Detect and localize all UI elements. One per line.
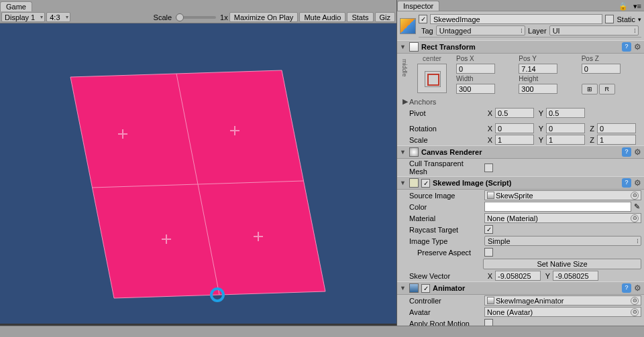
image-type-label: Image Type (409, 237, 483, 245)
maximize-toggle[interactable]: Maximize On Play (229, 12, 299, 22)
preserve-aspect-checkbox[interactable] (484, 248, 493, 257)
pivot-y-field[interactable] (546, 108, 585, 118)
color-field[interactable] (484, 202, 631, 212)
script-icon (409, 178, 419, 188)
mute-toggle[interactable]: Mute Audio (299, 12, 345, 22)
anchors-label: Anchors (409, 98, 436, 106)
foldout-icon[interactable]: ▼ (400, 149, 407, 155)
avatar-field[interactable]: None (Avatar)⊙ (484, 307, 641, 317)
gear-icon[interactable]: ⚙ (634, 147, 641, 157)
height-field[interactable] (519, 84, 557, 94)
tag-dropdown[interactable]: Untagged (436, 25, 525, 36)
controller-icon (487, 297, 494, 304)
scale-label: Scale (409, 136, 483, 144)
static-label: Static (616, 15, 635, 23)
scale-value: 1x (220, 13, 228, 21)
help-icon[interactable]: ? (622, 147, 631, 157)
gameobject-icon[interactable] (400, 18, 416, 34)
static-dropdown-icon[interactable]: ▾ (638, 16, 641, 23)
posy-label: Pos Y (519, 55, 577, 62)
rot-z-field[interactable] (597, 123, 636, 133)
inspector-tab[interactable]: Inspector (397, 1, 439, 11)
posx-label: Pos X (456, 55, 515, 62)
raw-edit-button[interactable]: R (599, 84, 615, 94)
sprite-icon (487, 192, 494, 199)
object-name-field[interactable] (430, 14, 602, 24)
cull-checkbox[interactable] (484, 163, 493, 172)
panel-menu-icon[interactable]: ▾≡ (631, 2, 644, 11)
skewed-image-header[interactable]: ▼ Skewed Image (Script) ? ⚙ (397, 176, 644, 190)
stats-toggle[interactable]: Stats (347, 12, 373, 22)
game-tab[interactable]: Game (0, 1, 32, 11)
anchor-preset-button[interactable] (417, 64, 447, 93)
animator-title: Animator (433, 284, 619, 292)
rect-transform-title: Rect Transform (421, 43, 619, 51)
rect-transform-header[interactable]: ▼ Rect Transform ? ⚙ (397, 40, 644, 54)
scale-y-field[interactable] (546, 135, 585, 145)
gear-icon[interactable]: ⚙ (634, 283, 641, 293)
tag-label: Tag (421, 27, 433, 35)
object-picker-icon[interactable]: ⊙ (631, 308, 639, 316)
raycast-label: Raycast Target (409, 226, 483, 234)
source-image-field[interactable]: SkewSprite⊙ (484, 190, 641, 200)
game-toolbar: Display 1 4:3 Scale 1x Maximize On Play … (0, 11, 396, 23)
scale-x-field[interactable] (495, 135, 534, 145)
object-picker-icon[interactable]: ⊙ (631, 192, 639, 200)
skew-y-field[interactable] (553, 271, 598, 281)
canvas-renderer-icon (409, 147, 419, 157)
skew-x-field[interactable] (495, 271, 541, 281)
help-icon[interactable]: ? (622, 283, 631, 293)
posx-field[interactable] (456, 64, 495, 74)
canvas-renderer-header[interactable]: ▼ Canvas Renderer ? ⚙ (397, 145, 644, 159)
canvas-renderer-title: Canvas Renderer (421, 148, 619, 156)
material-field[interactable]: None (Material)⊙ (484, 213, 641, 223)
preserve-aspect-label: Preserve Aspect (417, 249, 483, 257)
image-type-dropdown[interactable]: Simple (484, 236, 641, 246)
cull-label: Cull Transparent Mesh (409, 159, 483, 176)
gizmos-toggle[interactable]: Giz (375, 12, 396, 22)
active-checkbox[interactable] (419, 15, 427, 23)
anchor-v-label: middle (401, 55, 408, 94)
foldout-icon[interactable]: ▼ (400, 285, 407, 291)
help-icon[interactable]: ? (622, 178, 631, 188)
game-tab-bar: Game (0, 0, 396, 11)
lock-icon[interactable]: 🔒 (616, 2, 631, 11)
inspector-panel: Inspector 🔒 ▾≡ Static ▾ Tag Untagged Lay… (396, 0, 644, 337)
scale-z-field[interactable] (597, 135, 636, 145)
width-field[interactable] (456, 84, 495, 94)
posy-field[interactable] (519, 64, 557, 74)
aspect-dropdown[interactable]: 4:3 (46, 12, 70, 22)
skewed-enable-checkbox[interactable] (421, 179, 430, 188)
inspector-tab-bar: Inspector 🔒 ▾≡ (397, 0, 644, 11)
scale-slider[interactable] (176, 16, 216, 19)
pivot-x-field[interactable] (495, 108, 534, 118)
static-checkbox[interactable] (605, 15, 614, 23)
set-native-size-button[interactable]: Set Native Size (483, 259, 641, 269)
animator-enable-checkbox[interactable] (421, 284, 430, 293)
blueprint-mode-button[interactable]: ⊞ (582, 84, 598, 94)
game-panel: Game Display 1 4:3 Scale 1x Maximize On … (0, 0, 396, 337)
foldout-icon[interactable]: ▼ (400, 180, 407, 186)
rot-x-field[interactable] (495, 123, 534, 133)
color-label: Color (409, 203, 483, 211)
raycast-checkbox[interactable] (484, 225, 493, 234)
skewed-image-title: Skewed Image (Script) (433, 179, 619, 187)
controller-field[interactable]: SkewImageAnimator⊙ (484, 295, 641, 306)
object-picker-icon[interactable]: ⊙ (631, 214, 639, 222)
display-dropdown[interactable]: Display 1 (1, 12, 45, 22)
controller-label: Controller (409, 297, 483, 305)
source-image-label: Source Image (409, 192, 483, 200)
anchors-foldout[interactable]: ▶ (402, 97, 408, 106)
status-bar (0, 326, 644, 337)
rot-y-field[interactable] (546, 123, 585, 133)
gear-icon[interactable]: ⚙ (634, 178, 641, 188)
posz-field[interactable] (582, 64, 621, 74)
foldout-icon[interactable]: ▼ (400, 44, 407, 50)
help-icon[interactable]: ? (622, 42, 631, 52)
layer-dropdown[interactable]: UI (549, 25, 639, 36)
eyedropper-icon[interactable]: ✎ (633, 202, 641, 211)
animator-header[interactable]: ▼ Animator ? ⚙ (397, 281, 644, 295)
gear-icon[interactable]: ⚙ (634, 42, 641, 52)
width-label: Width (456, 75, 515, 82)
object-picker-icon[interactable]: ⊙ (631, 297, 639, 305)
